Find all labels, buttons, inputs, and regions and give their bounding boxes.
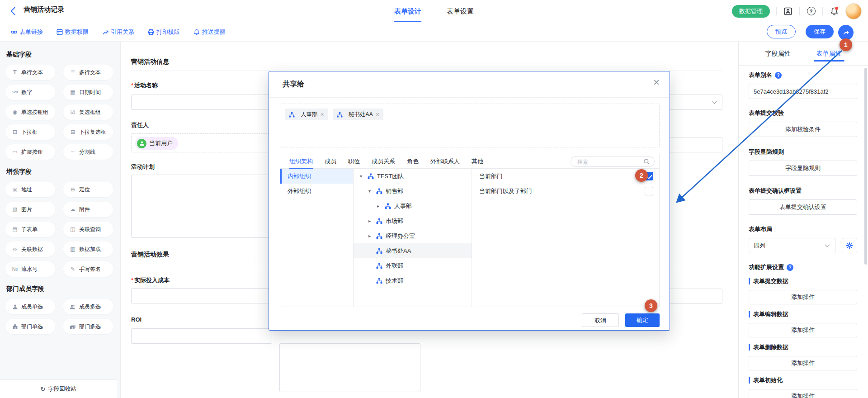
help-icon[interactable]: ? — [806, 6, 816, 16]
share-button[interactable] — [838, 25, 854, 40]
toolbar-reference-relation[interactable]: 引用关系 — [102, 28, 134, 36]
divider — [776, 7, 777, 15]
field-item-extend-button[interactable]: ▭扩展按钮 — [5, 144, 55, 160]
add-action-button[interactable]: 添加操作 — [749, 356, 857, 370]
tree-node-市场部[interactable]: ▸市场部 — [354, 213, 472, 228]
header-tab-form-design[interactable]: 表单设计 — [394, 0, 421, 22]
remove-tag-icon[interactable]: × — [376, 111, 379, 118]
toolbar-print-template[interactable]: 打印模版 — [148, 28, 180, 36]
toolbar-form-link[interactable]: 表单链接 — [11, 28, 43, 36]
field-item-dept-multi[interactable]: 部门多选 — [63, 319, 113, 334]
properties-tab-form-props[interactable]: 表单属性 — [816, 42, 842, 65]
field-item-related-query[interactable]: ◫关联查询 — [63, 222, 113, 237]
contacts-icon[interactable] — [783, 6, 793, 16]
search-input[interactable] — [576, 157, 642, 167]
tree-node-经理办公室[interactable]: ▸经理办公室 — [354, 228, 472, 243]
field-item-attachment[interactable]: ☁附件 — [63, 202, 113, 217]
field-item-dept-single[interactable]: 部门单选 — [5, 319, 55, 334]
back-icon[interactable] — [10, 7, 19, 15]
roi-input[interactable] — [131, 328, 272, 344]
tree-node-技术部[interactable]: 技术部 — [354, 273, 472, 288]
field-item-signature[interactable]: ✎手写签名 — [63, 261, 113, 277]
field-item-checkbox-group[interactable]: ☑复选框组 — [63, 104, 113, 120]
field-item-radio-group[interactable]: ◉单选按钮组 — [5, 104, 55, 120]
add-action-button[interactable]: 添加操作 — [749, 389, 857, 398]
remove-tag-icon[interactable]: × — [321, 111, 324, 118]
field-item-datetime[interactable]: ▦日期时间 — [63, 85, 113, 100]
alias-input[interactable] — [749, 84, 857, 99]
tree-node-外联部[interactable]: 外联部 — [354, 258, 472, 273]
layout-settings-button[interactable] — [842, 238, 857, 253]
close-icon[interactable]: × — [653, 77, 660, 88]
field-sections: 基础字段T单行文本≣多行文本123数字▦日期时间◉单选按钮组☑复选框组⊡下拉框⊟… — [0, 42, 120, 334]
data-load-icon: ▥ — [69, 246, 77, 252]
tree-node-TEST团队[interactable]: ▾TEST团队 — [354, 169, 472, 184]
field-item-number[interactable]: 123数字 — [5, 85, 55, 100]
add-action-button[interactable]: 添加操作 — [749, 290, 857, 304]
tree-node-人事部[interactable]: ▸人事部 — [354, 199, 472, 213]
selected-targets-box[interactable]: 人事部×秘书处AA× — [280, 104, 660, 147]
scrollbar-thumb[interactable] — [864, 68, 867, 265]
field-item-select[interactable]: ⊡下拉框 — [5, 124, 55, 140]
add-check-condition-button[interactable]: 添加校验条件 — [749, 122, 857, 137]
field-item-image[interactable]: ▧图片 — [5, 202, 55, 217]
data-manage-button[interactable]: 数据管理 — [732, 5, 770, 18]
field-recycle-bin[interactable]: ↻ 字段回收站 — [0, 379, 117, 398]
tree-expand-icon[interactable]: ▾ — [360, 174, 368, 179]
multi-line-text-icon: ≣ — [69, 70, 77, 75]
add-action-button[interactable]: 添加操作 — [749, 323, 857, 337]
selector-tab-roles[interactable]: 角色 — [407, 154, 419, 169]
cost-input[interactable] — [131, 288, 272, 303]
cancel-button[interactable]: 取消 — [582, 313, 619, 327]
field-item-multi-line-text[interactable]: ≣多行文本 — [63, 65, 113, 80]
selector-tab-member-relations[interactable]: 成员关系 — [372, 154, 395, 169]
tree-expand-icon[interactable]: ▸ — [377, 204, 385, 208]
confirm-button[interactable]: 确定 — [625, 313, 660, 327]
selector-tab-org-structure[interactable]: 组织架构 — [289, 154, 313, 169]
field-item-serial-number[interactable]: №流水号 — [5, 261, 55, 277]
field-item-member-single[interactable]: 成员单选 — [5, 299, 55, 314]
help-question-icon[interactable]: ? — [787, 264, 793, 271]
confirm-box-label: 表单提交确认框设置 — [749, 187, 857, 195]
visibility-rule-button[interactable]: 字段显隐规则 — [749, 161, 857, 176]
selector-tab-others[interactable]: 其他 — [472, 154, 483, 169]
scope-option-当前部门: 当前部门 — [472, 169, 659, 184]
user-avatar[interactable] — [845, 3, 862, 19]
properties-tab-field-props[interactable]: 字段属性 — [765, 42, 791, 65]
selector-tab-members[interactable]: 成员 — [325, 154, 336, 169]
field-item-data-load[interactable]: ▥数据加载 — [63, 242, 113, 257]
header-tab-form-settings[interactable]: 表单设置 — [447, 0, 474, 22]
tree-expand-icon[interactable]: ▸ — [368, 218, 376, 223]
field-item-member-multi[interactable]: 成员多选 — [63, 299, 113, 314]
org-type-external-org[interactable]: 外部组织 — [280, 184, 353, 199]
field-item-divider[interactable]: ┄分割线 — [63, 144, 113, 160]
tree-node-销售部[interactable]: ▾销售部 — [354, 184, 472, 199]
selector-tab-external-contacts[interactable]: 外部联系人 — [430, 154, 460, 169]
field-label-activity-name: *活动名称 — [131, 81, 158, 90]
field-item-subform[interactable]: ▤子表单 — [5, 222, 55, 237]
current-user-tag[interactable]: 当前用户 — [135, 137, 178, 150]
field-item-multi-select[interactable]: ⊟下拉复选框 — [63, 124, 113, 140]
field-item-location[interactable]: ⊕定位 — [63, 182, 113, 197]
toolbar-data-permission[interactable]: 数据权限 — [57, 28, 89, 36]
tree-expand-icon[interactable]: ▸ — [368, 233, 376, 238]
tree-node-秘书处AA[interactable]: 秘书处AA — [354, 243, 472, 258]
field-item-single-line-text[interactable]: T单行文本 — [5, 65, 55, 80]
org-icon — [376, 278, 382, 284]
layout-select[interactable]: 四列 — [749, 238, 835, 253]
preview-button[interactable]: 预览 — [767, 25, 796, 38]
toolbar-push-reminder[interactable]: 推送提醒 — [193, 28, 226, 36]
help-question-icon[interactable]: ? — [775, 72, 782, 79]
lower-textarea[interactable] — [279, 343, 420, 392]
field-item-related-data[interactable]: ∞关联数据 — [5, 242, 55, 257]
org-type-internal-org[interactable]: 内部组织 — [280, 169, 353, 184]
checkbox[interactable] — [645, 187, 653, 195]
extend-button-icon: ▭ — [11, 149, 19, 155]
selector-tab-positions[interactable]: 职位 — [348, 154, 360, 169]
notification-bell-icon[interactable] — [829, 6, 839, 16]
field-item-address[interactable]: ◎地址 — [5, 182, 55, 197]
dept-single-icon — [11, 324, 19, 330]
save-button[interactable]: 保存 — [806, 25, 834, 38]
confirm-box-button[interactable]: 表单提交确认设置 — [749, 199, 857, 215]
tree-expand-icon[interactable]: ▾ — [368, 189, 376, 194]
